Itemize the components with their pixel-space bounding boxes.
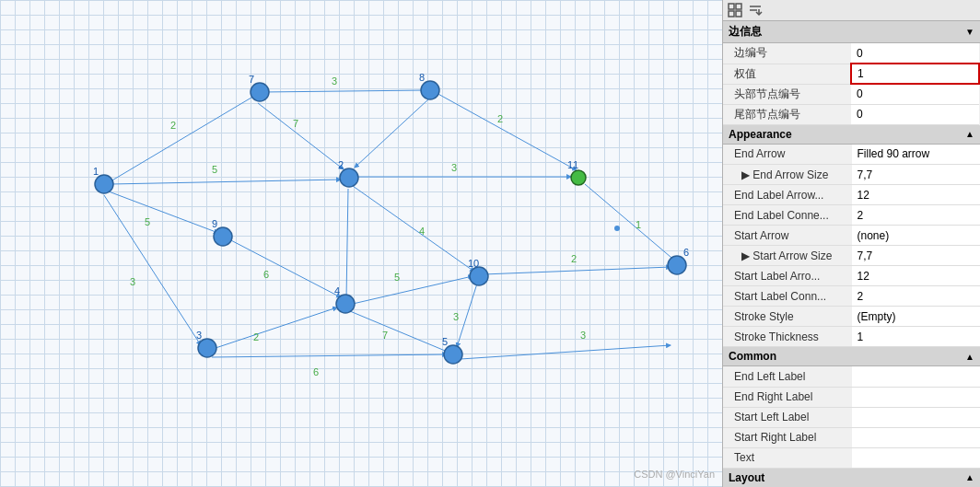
svg-text:1: 1 xyxy=(636,219,641,230)
prop-label-end-label-arrow: End Label Arrow... xyxy=(723,185,852,205)
svg-text:3: 3 xyxy=(451,162,457,173)
svg-text:7: 7 xyxy=(382,330,388,341)
prop-row-weight: 权值 1 xyxy=(723,64,979,84)
node-8-label: 8 xyxy=(419,72,425,83)
svg-line-24 xyxy=(216,307,337,348)
collapse-edge-info-icon[interactable]: ▼ xyxy=(965,27,974,37)
prop-row-stroke-thickness: Stroke Thickness 1 xyxy=(723,327,980,347)
prop-value-end-left-label[interactable] xyxy=(852,366,981,387)
node-7[interactable] xyxy=(251,83,269,101)
prop-value-head-node[interactable]: 0 xyxy=(851,84,979,104)
prop-row-stroke-style: Stroke Style (Empty) xyxy=(723,307,980,327)
node-6[interactable] xyxy=(668,256,686,274)
prop-label-end-right-label: End Right Label xyxy=(723,387,852,407)
prop-value-start-label-arrow[interactable]: 12 xyxy=(852,266,981,286)
node-10-label: 10 xyxy=(468,258,479,269)
prop-label-stroke-style: Stroke Style xyxy=(723,307,852,327)
prop-row-end-label-conn: End Label Conne... 2 xyxy=(723,205,980,226)
prop-value-stroke-style[interactable]: (Empty) xyxy=(852,307,981,327)
prop-value-end-right-label[interactable] xyxy=(852,387,981,407)
prop-row-start-label-conn: Start Label Conn... 2 xyxy=(723,286,980,307)
svg-text:5: 5 xyxy=(212,164,217,175)
prop-value-end-label-arrow[interactable]: 12 xyxy=(852,185,981,205)
svg-line-32 xyxy=(484,267,671,274)
svg-text:3: 3 xyxy=(453,311,459,322)
prop-row-end-arrow-size: ▶ End Arrow Size 7,7 xyxy=(723,165,980,185)
section-edge-info[interactable]: 边信息 ▼ xyxy=(723,21,980,43)
svg-line-15 xyxy=(585,184,677,262)
prop-row-tail-node: 尾部节点编号 0 xyxy=(723,104,979,124)
node-11[interactable] xyxy=(571,170,586,185)
svg-text:5: 5 xyxy=(394,272,400,283)
node-10[interactable] xyxy=(470,267,488,285)
prop-row-end-left-label: End Left Label xyxy=(723,366,980,387)
prop-value-start-arrow[interactable]: (none) xyxy=(852,226,981,246)
prop-value-text[interactable] xyxy=(852,447,981,468)
prop-row-start-label-arrow: Start Label Arro... 12 xyxy=(723,266,980,286)
node-4[interactable] xyxy=(336,295,355,313)
prop-value-end-label-conn[interactable]: 2 xyxy=(852,205,981,226)
svg-text:6: 6 xyxy=(263,269,269,280)
prop-row-start-arrow-size: ▶ Start Arrow Size 7,7 xyxy=(723,246,980,266)
node-2-label: 2 xyxy=(338,159,344,170)
grid-icon[interactable] xyxy=(727,2,743,18)
prop-label-edge-id: 边编号 xyxy=(723,43,851,64)
section-common[interactable]: Common ▲ xyxy=(723,347,980,366)
node-2[interactable] xyxy=(340,168,358,187)
node-5[interactable] xyxy=(444,345,462,364)
node-9[interactable] xyxy=(214,227,232,246)
svg-text:5: 5 xyxy=(145,216,150,227)
prop-value-edge-id[interactable]: 0 xyxy=(851,43,979,64)
section-layout-label: Layout xyxy=(729,471,764,484)
prop-row-end-arrow: End Arrow Filled 90 arrow xyxy=(723,145,980,165)
prop-row-end-right-label: End Right Label xyxy=(723,387,980,407)
node-3[interactable] xyxy=(198,339,216,357)
svg-text:3: 3 xyxy=(580,330,586,341)
prop-label-end-arrow: End Arrow xyxy=(723,145,852,165)
prop-label-weight: 权值 xyxy=(723,64,851,84)
graph-canvas[interactable]: 2 5 3 7 2 3 4 1 6 5 3 xyxy=(0,0,722,487)
svg-line-18 xyxy=(226,238,341,297)
prop-value-weight[interactable]: 1 xyxy=(851,64,979,84)
svg-rect-38 xyxy=(729,4,734,9)
collapse-common-icon[interactable]: ▲ xyxy=(965,352,974,362)
prop-value-start-label-conn[interactable]: 2 xyxy=(852,286,981,307)
section-layout[interactable]: Layout ▲ xyxy=(723,469,980,488)
svg-line-26 xyxy=(212,354,447,357)
prop-value-start-right-label[interactable] xyxy=(852,427,981,447)
prop-row-start-right-label: Start Right Label xyxy=(723,427,980,447)
svg-line-0 xyxy=(111,95,256,181)
svg-line-36 xyxy=(461,345,671,359)
prop-label-end-label-conn: End Label Conne... xyxy=(723,205,852,226)
sort-icon[interactable] xyxy=(747,2,764,18)
collapse-layout-icon[interactable]: ▲ xyxy=(965,472,974,482)
prop-value-end-arrow[interactable]: Filled 90 arrow xyxy=(852,145,981,165)
prop-value-start-left-label[interactable] xyxy=(852,407,981,427)
svg-text:7: 7 xyxy=(293,118,298,129)
node-7-label: 7 xyxy=(249,74,254,85)
prop-row-text: Text xyxy=(723,447,980,468)
node-9-label: 9 xyxy=(212,218,217,229)
prop-value-end-arrow-size[interactable]: 7,7 xyxy=(852,165,981,185)
svg-line-6 xyxy=(258,103,344,169)
prop-label-stroke-thickness: Stroke Thickness xyxy=(723,327,852,347)
prop-label-start-label-conn: Start Label Conn... xyxy=(723,286,852,307)
node-8[interactable] xyxy=(421,81,439,99)
prop-label-tail-node: 尾部节点编号 xyxy=(723,104,851,124)
prop-label-end-arrow-size: ▶ End Arrow Size xyxy=(723,165,852,185)
prop-value-start-arrow-size[interactable]: 7,7 xyxy=(852,246,981,266)
prop-value-tail-node[interactable]: 0 xyxy=(851,104,979,124)
node-1-label: 1 xyxy=(93,166,99,177)
watermark: CSDN @VinciYan xyxy=(634,469,715,480)
node-1[interactable] xyxy=(95,175,113,193)
section-appearance[interactable]: Appearance ▲ xyxy=(723,125,980,145)
svg-text:3: 3 xyxy=(332,75,337,87)
svg-line-13 xyxy=(353,186,474,272)
prop-value-stroke-thickness[interactable]: 1 xyxy=(852,327,981,347)
svg-line-17 xyxy=(346,189,348,299)
prop-label-start-arrow-size: ▶ Start Arrow Size xyxy=(723,246,852,266)
svg-line-20 xyxy=(109,191,218,233)
collapse-appearance-icon[interactable]: ▲ xyxy=(965,129,974,139)
prop-label-start-right-label: Start Right Label xyxy=(723,427,852,447)
svg-text:2: 2 xyxy=(571,253,577,264)
